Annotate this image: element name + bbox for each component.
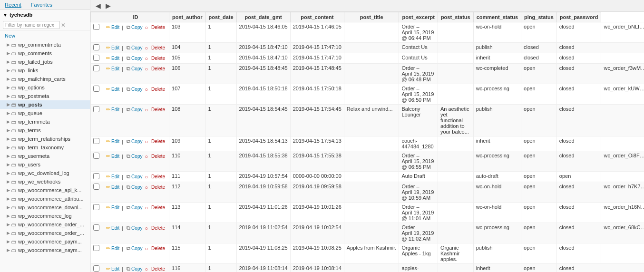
col-post-date-gmt[interactable]: post_date_gmt bbox=[236, 12, 290, 22]
edit-button[interactable]: ✏Edit bbox=[105, 184, 121, 191]
edit-button[interactable]: ✏Edit bbox=[105, 204, 121, 211]
edit-button[interactable]: ✏Edit bbox=[105, 65, 121, 72]
sidebar-item-wp-failed-jobs[interactable]: ▶🗃wp_failed_jobs bbox=[0, 58, 90, 66]
sidebar-item-wp-mailchimp-carts[interactable]: ▶🗃wp_mailchimp_carts bbox=[0, 75, 90, 83]
row-checkbox[interactable] bbox=[93, 184, 99, 190]
sidebar-item-wp-term-relationships[interactable]: ▶🗃wp_term_relationships bbox=[0, 135, 90, 143]
sidebar-item-wp-woocommerce-order----[interactable]: ▶🗃wp_woocommerce_order_... bbox=[0, 220, 90, 229]
edit-button[interactable]: ✏Edit bbox=[105, 173, 121, 180]
delete-button[interactable]: Delete bbox=[150, 45, 166, 51]
copy-button[interactable]: ⧉Copy bbox=[125, 44, 144, 51]
edit-button[interactable]: ✏Edit bbox=[105, 44, 121, 51]
edit-button[interactable]: ✏Edit bbox=[105, 138, 121, 145]
edit-button[interactable]: ✏Edit bbox=[105, 55, 121, 62]
delete-button[interactable]: Delete bbox=[150, 86, 166, 92]
sidebar-item-wp-commentmeta[interactable]: ▶🗃wp_commentmeta bbox=[0, 40, 90, 49]
sidebar-item-wp-postmeta[interactable]: ▶🗃wp_postmeta bbox=[0, 92, 90, 100]
back-button[interactable]: ◀ bbox=[94, 2, 102, 10]
copy-button[interactable]: ⧉Copy bbox=[125, 245, 144, 252]
copy-button[interactable]: ⧉Copy bbox=[125, 265, 144, 272]
row-checkbox[interactable] bbox=[93, 153, 99, 159]
sidebar-item-wp-terms[interactable]: ▶🗃wp_terms bbox=[0, 126, 90, 135]
edit-button[interactable]: ✏Edit bbox=[105, 265, 121, 272]
row-checkbox[interactable] bbox=[93, 245, 99, 251]
delete-button[interactable]: Delete bbox=[150, 107, 166, 113]
sidebar-item-wp-woocommerce-attribu---[interactable]: ▶🗃wp_woocommerce_attribu... bbox=[0, 194, 90, 203]
delete-button[interactable]: Delete bbox=[150, 266, 166, 272]
sidebar-item-wp-woocommerce-order----[interactable]: ▶🗃wp_woocommerce_order_... bbox=[0, 229, 90, 237]
new-table-button[interactable]: New bbox=[0, 31, 90, 40]
edit-button[interactable]: ✏Edit bbox=[105, 86, 121, 93]
copy-button[interactable]: ⧉Copy bbox=[125, 65, 144, 72]
copy-button[interactable]: ⧉Copy bbox=[125, 86, 144, 93]
row-checkbox[interactable] bbox=[93, 86, 99, 92]
copy-button[interactable]: ⧉Copy bbox=[125, 184, 144, 191]
delete-button[interactable]: Delete bbox=[150, 66, 166, 72]
row-checkbox[interactable] bbox=[93, 204, 99, 210]
delete-button[interactable]: Delete bbox=[150, 174, 166, 180]
edit-button[interactable]: ✏Edit bbox=[105, 224, 121, 232]
sidebar-item-wp-woocommerce-paym---[interactable]: ▶🗃wp_woocommerce_paym... bbox=[0, 237, 90, 246]
edit-button[interactable]: ✏Edit bbox=[105, 153, 121, 160]
row-checkbox[interactable] bbox=[93, 265, 99, 272]
sidebar-item-wp-woocommerce-log[interactable]: ▶🗃wp_woocommerce_log bbox=[0, 212, 90, 220]
col-post-title[interactable]: post_title bbox=[344, 12, 399, 22]
delete-button[interactable]: Delete bbox=[150, 245, 166, 252]
delete-button[interactable]: Delete bbox=[150, 153, 166, 159]
delete-button[interactable]: Delete bbox=[150, 138, 166, 145]
sidebar-item-wp-users[interactable]: ▶🗃wp_users bbox=[0, 160, 90, 169]
edit-button[interactable]: ✏Edit bbox=[105, 24, 121, 31]
row-checkbox[interactable] bbox=[93, 224, 99, 231]
col-post-password[interactable]: post_password bbox=[556, 12, 601, 22]
sidebar-item-wp-woocommerce-naym---[interactable]: ▶🗃wp_woocommerce_naym... bbox=[0, 246, 90, 254]
sidebar-item-wp-usermeta[interactable]: ▶🗃wp_usermeta bbox=[0, 152, 90, 160]
row-checkbox[interactable] bbox=[93, 106, 99, 112]
tab-recent[interactable]: Recent bbox=[0, 0, 26, 10]
sidebar-item-wp-wc-download-log[interactable]: ▶🗃wp_wc_download_log bbox=[0, 169, 90, 177]
edit-button[interactable]: ✏Edit bbox=[105, 245, 121, 252]
forward-button[interactable]: ▶ bbox=[104, 2, 112, 10]
edit-button[interactable]: ✏Edit bbox=[105, 106, 121, 113]
col-post-excerpt[interactable]: post_excerpt bbox=[399, 12, 438, 22]
col-id[interactable]: ID bbox=[102, 12, 169, 22]
sidebar-item-wp-termmeta[interactable]: ▶🗃wp_termmeta bbox=[0, 117, 90, 126]
delete-button[interactable]: Delete bbox=[150, 225, 166, 231]
delete-button[interactable]: Delete bbox=[150, 204, 166, 211]
sidebar-item-wp-woocommerce-api-k---[interactable]: ▶🗃wp_woocommerce_api_k... bbox=[0, 186, 90, 194]
sidebar-item-wp-wc-webhooks[interactable]: ▶🗃wp_wc_webhooks bbox=[0, 177, 90, 186]
row-checkbox[interactable] bbox=[93, 138, 99, 144]
sidebar-item-wp-comments[interactable]: ▶🗃wp_comments bbox=[0, 49, 90, 58]
col-post-date[interactable]: post_date bbox=[205, 12, 236, 22]
tab-favorites[interactable]: Favorites bbox=[26, 0, 57, 10]
delete-button[interactable]: Delete bbox=[150, 55, 166, 61]
copy-button[interactable]: ⧉Copy bbox=[125, 138, 144, 145]
col-comment-status[interactable]: comment_status bbox=[473, 12, 521, 22]
col-ping-status[interactable]: ping_status bbox=[521, 12, 557, 22]
col-post-content[interactable]: post_content bbox=[290, 12, 344, 22]
sidebar-item-wp-term-taxonomy[interactable]: ▶🗃wp_term_taxonomy bbox=[0, 143, 90, 152]
row-checkbox[interactable] bbox=[93, 55, 99, 61]
copy-button[interactable]: ⧉Copy bbox=[125, 55, 144, 62]
copy-button[interactable]: ⧉Copy bbox=[125, 106, 144, 113]
row-checkbox[interactable] bbox=[93, 65, 99, 71]
delete-button[interactable]: Delete bbox=[150, 24, 166, 30]
copy-button[interactable]: ⧉Copy bbox=[125, 224, 144, 232]
copy-button[interactable]: ⧉Copy bbox=[125, 24, 144, 31]
row-checkbox[interactable] bbox=[93, 24, 99, 30]
sidebar-item-wp-posts[interactable]: ▶🗃wp_posts bbox=[0, 100, 90, 109]
sidebar-item-wp-woocommerce-downl---[interactable]: ▶🗃wp_woocommerce_downl... bbox=[0, 203, 90, 212]
col-post-status[interactable]: post_status bbox=[438, 12, 473, 22]
copy-button[interactable]: ⧉Copy bbox=[125, 153, 144, 160]
sidebar-item-wp-links[interactable]: ▶🗃wp_links bbox=[0, 66, 90, 75]
delete-button[interactable]: Delete bbox=[150, 184, 166, 190]
row-checkbox[interactable] bbox=[93, 44, 99, 50]
copy-button[interactable]: ⧉Copy bbox=[125, 173, 144, 180]
copy-button[interactable]: ⧉Copy bbox=[125, 204, 144, 211]
sidebar-item-wp-queue[interactable]: ▶🗃wp_queue bbox=[0, 109, 90, 117]
row-checkbox[interactable] bbox=[93, 173, 99, 179]
sidebar-item-wp-options[interactable]: ▶🗃wp_options bbox=[0, 83, 90, 92]
filter-input[interactable] bbox=[3, 21, 60, 29]
col-post-author[interactable]: post_author bbox=[169, 12, 206, 22]
sidebar-db-header[interactable]: ▼ tychesdb bbox=[0, 10, 90, 19]
filter-clear-icon[interactable]: ✕ bbox=[61, 22, 66, 29]
